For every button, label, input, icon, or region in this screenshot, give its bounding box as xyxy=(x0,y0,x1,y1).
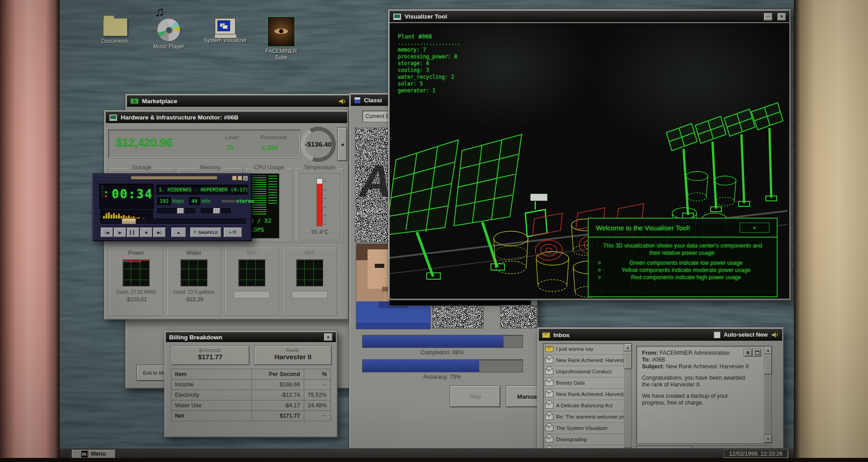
rate-gauge: -$136.40 xyxy=(301,127,336,162)
email-body-2: We have created a backup of your progres… xyxy=(642,393,750,406)
dialog-intro-1: This 3D visualization shows your data ce… xyxy=(594,242,771,249)
repeat-button[interactable]: ■⟲ xyxy=(223,227,242,238)
cpu-usage-panel: 6 / 32 LOPS xyxy=(249,173,279,238)
message-row[interactable]: Downgrading xyxy=(543,434,624,445)
list-scrollbar[interactable]: ▲ ▼ xyxy=(624,343,631,456)
volume-handle[interactable] xyxy=(177,208,184,214)
email-scrollbar[interactable]: ▲ ▼ xyxy=(764,346,771,443)
water-chart xyxy=(180,259,208,286)
pause-button[interactable]: ▎▎ xyxy=(127,227,140,238)
na-bar-2 xyxy=(292,291,328,299)
repeat-led: ■ xyxy=(229,230,231,234)
table-row: Water Use -$4.17 24.48% xyxy=(171,400,331,411)
skip-button[interactable]: Skip xyxy=(450,386,500,407)
prev-button[interactable]: |◀ xyxy=(100,227,113,238)
selected-component xyxy=(525,194,547,237)
player-close-button[interactable]: × xyxy=(243,176,248,181)
marketplace-titlebar[interactable]: $ Marketplace xyxy=(127,95,349,107)
play-indicator-icon: ▶ xyxy=(105,190,108,194)
stop-button[interactable]: ■ xyxy=(140,227,153,238)
track-display: 1. HIDDENOS - HOPEMINER (4:17) xyxy=(156,185,248,195)
monitor-bezel-bottom xyxy=(0,458,868,462)
message-row[interactable]: Bounty Data xyxy=(543,377,624,389)
seek-bar[interactable] xyxy=(101,219,246,224)
email-scroll-thumb[interactable] xyxy=(764,354,772,375)
balance-slider[interactable] xyxy=(201,208,231,213)
message-row[interactable]: New Rank Achieved: Harveste... xyxy=(543,355,624,366)
monitor-titlebar[interactable]: Hardware & Infrastructure Monitor: #06B xyxy=(106,112,347,123)
qr-thumb-2 xyxy=(500,305,537,329)
player-clutterbar[interactable]: OAIDV xyxy=(101,185,104,198)
billing-titlebar[interactable]: Billing Breakdown × xyxy=(166,332,336,342)
desktop-icon-system-visualizer[interactable]: System Visualizer xyxy=(203,18,247,43)
message-row[interactable]: Unprofessional Conduct xyxy=(543,366,624,377)
table-row: Income $188.69 -- xyxy=(171,380,331,390)
eject-button[interactable]: ▲ xyxy=(171,227,186,238)
scroll-thumb[interactable] xyxy=(624,351,632,369)
pause-notifications-button[interactable] xyxy=(744,349,752,357)
play-button[interactable]: ▶ xyxy=(113,227,127,238)
samplerate-box: 44 xyxy=(189,197,200,205)
seek-handle[interactable] xyxy=(122,218,136,224)
dialog-close-button[interactable]: × xyxy=(740,223,769,233)
speaker-icon[interactable] xyxy=(338,98,346,105)
table-row: Electricity -$12.74 75.52% xyxy=(171,390,331,400)
desktop-icon-faceminer-suite[interactable]: FACEMINER Suite xyxy=(259,17,303,61)
solar-array-right xyxy=(666,103,783,218)
player-titlebar[interactable]: × xyxy=(95,175,250,180)
billing-close-button[interactable]: × xyxy=(324,333,333,341)
message-row[interactable]: Re: The warmest welcome you'r... xyxy=(543,411,624,423)
player-minimize-button[interactable] xyxy=(232,176,237,181)
balance-handle[interactable] xyxy=(213,208,221,214)
auto-select-checkbox[interactable] xyxy=(713,331,721,338)
table-row-net: Net $171.77 -- xyxy=(171,411,331,421)
collapse-arrow-button[interactable]: ◀ xyxy=(337,128,347,161)
message-row[interactable]: I just wanna say xyxy=(543,343,624,355)
inbox-titlebar[interactable]: Inbox Auto-select New xyxy=(539,329,782,341)
music-player-window: × OAIDV ▶ 00:34 1. HIDDEN xyxy=(93,173,252,241)
na-chart-1 xyxy=(238,259,265,286)
monitor-stats-bar: $12,420.96 Level: 79 Processed: 3,386 xyxy=(108,129,301,158)
visualizer-welcome-dialog: Welcome to the Visualiser Tool! × This 3… xyxy=(588,218,778,297)
next-button[interactable]: ▶| xyxy=(153,227,166,238)
rate-value: -$136.40 xyxy=(298,140,339,148)
email-scroll-down[interactable]: ▼ xyxy=(764,435,772,443)
menu-button[interactable]: m| Menu xyxy=(71,449,116,459)
popout-button[interactable] xyxy=(753,349,761,357)
processed-label: Processed: xyxy=(260,134,288,141)
bitrate-unit: kbps xyxy=(172,198,184,204)
na-panel-2: N/A xyxy=(283,247,337,316)
stats-divider: .................... xyxy=(398,40,460,47)
email-subject-value: New Rank Achieved: Harvester II xyxy=(666,363,749,370)
volume-slider[interactable] xyxy=(157,208,195,213)
message-row[interactable]: The System Visualizer xyxy=(543,423,624,434)
plant-stats: Plant #06B .................... memory: … xyxy=(398,33,460,94)
dialog-intro-2: their relative power usage: xyxy=(594,249,771,257)
message-list: I just wanna say New Rank Achieved: Harv… xyxy=(543,343,632,456)
email-scroll-up[interactable]: ▲ xyxy=(764,346,772,354)
thermometer-ticks xyxy=(324,180,326,224)
samplerate-unit: kHz xyxy=(202,198,211,204)
visualizer-titlebar[interactable]: Visualizer Tool ─ × xyxy=(390,11,789,22)
water-panel: Water Used: 72.0 gallons -$33.39 xyxy=(167,247,221,316)
desktop-icon-documents[interactable]: Documents xyxy=(94,18,137,44)
icon-label: Documents xyxy=(94,38,137,44)
stereo-indicator: stereo xyxy=(236,198,254,204)
shuffle-button[interactable]: ⚑ SHUFFLE xyxy=(190,227,222,238)
message-row[interactable]: A Delicate Balancing Act xyxy=(543,400,624,411)
visualizer-viewport[interactable]: Plant #06B .................... memory: … xyxy=(390,23,789,299)
desktop-icon-music-player[interactable]: ♫ Music Player xyxy=(147,18,190,50)
scroll-up-button[interactable]: ▲ xyxy=(624,343,632,352)
cpu-usage-group: CPU Usage 6 / 32 LOPS xyxy=(245,167,292,243)
icon-label: FACEMINER Suite xyxy=(259,48,303,61)
inbox-speaker-icon[interactable] xyxy=(771,331,779,338)
visualizer-close-button[interactable]: × xyxy=(777,13,786,21)
crt-screen: Documents ♫ Music Player System Visualiz… xyxy=(0,0,868,462)
taskbar-clock: 12/02/1999, 22:33:26 xyxy=(723,449,788,458)
message-row[interactable]: New Rank Achieved: Harvester I xyxy=(543,389,624,400)
player-shade-button[interactable] xyxy=(237,176,242,181)
level-label: Level: xyxy=(225,134,240,141)
accuracy-fill xyxy=(363,360,479,372)
visualizer-minimize-button[interactable]: ─ xyxy=(764,13,773,21)
thermometer-panel: 91.4°C xyxy=(300,173,340,240)
